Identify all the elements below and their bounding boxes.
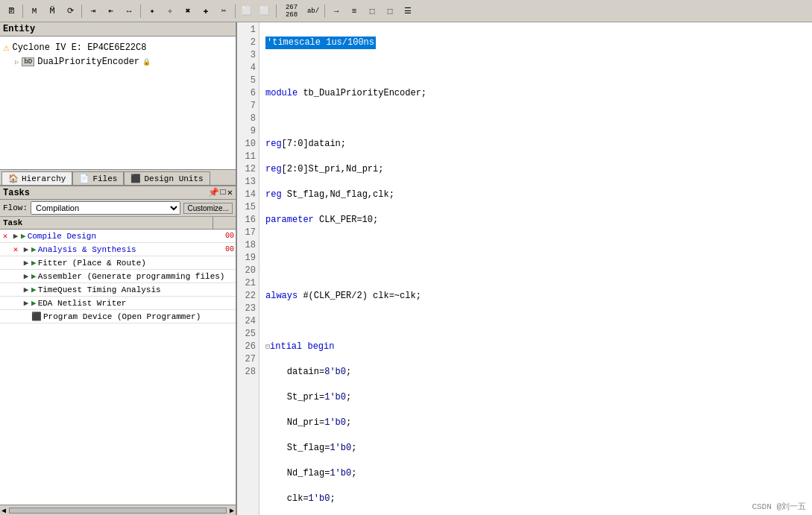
ln-18: 18 [237,239,256,252]
task-play-synthesis: ▶ [31,244,37,254]
toolbar-btn-14[interactable]: → [328,3,344,19]
scroll-right-arrow[interactable]: ▶ [228,506,236,515]
ln-28: 28 [237,366,256,379]
toolbar-btn-17[interactable]: ⬚ [382,3,398,19]
tab-hierarchy[interactable]: 🏠 Hierarchy [1,171,72,185]
toolbar-btn-7[interactable]: ✦ [144,3,160,19]
toolbar-btn-18[interactable]: ☰ [400,3,416,19]
tasks-max-icon[interactable]: □ [221,187,226,198]
toolbar-sep-6 [324,4,325,18]
task-row-fitter[interactable]: ✕ ▶ ▶ Fitter (Place & Route) [0,256,236,270]
code-line-11: always #(CLK_PER/2) clk=~clk; [265,290,806,303]
ln-7: 7 [237,100,256,113]
task-expand-timequest[interactable]: ▶ [21,285,31,294]
task-expand-compile[interactable]: ▶ [10,231,21,241]
tasks-title: Tasks [3,188,30,198]
toolbar-btn-15[interactable]: ≡ [346,3,362,19]
tab-files[interactable]: 📄 Files [72,171,124,185]
toolbar-btn-lineno[interactable]: 267268 [280,3,303,19]
code-line-18: Nd_flag=1'b0; [265,467,806,480]
entity-module-label: DualPriorityEncoder [37,57,139,67]
ln-13: 13 [237,176,256,189]
toolbar-btn-8[interactable]: ✧ [162,3,178,19]
ln-12: 12 [237,163,256,176]
task-row-synthesis[interactable]: ✕ ▶ ▶ Analysis & Synthesis 00 [0,243,236,256]
toolbar-btn-5[interactable]: ⇤ [103,3,119,19]
code-line-7: reg St_flag,Nd_flag,clk; [265,189,806,201]
ln-15: 15 [237,201,256,214]
task-expand-synthesis[interactable]: ▶ [21,244,31,254]
code-line-12 [265,315,806,328]
code-line-5: reg[7:0]datain; [265,138,806,151]
task-prog-icon: ⬛ [31,312,42,321]
task-row-timequest[interactable]: ✕ ▶ ▶ TimeQuest Timing Analysis [0,283,236,297]
ln-2: 2 [237,37,256,49]
task-row-compile[interactable]: ✕ ▶ ▶ Compile Design 00 [0,230,236,243]
ln-17: 17 [237,227,256,239]
code-line-17: St_flag=1'b0; [265,442,806,455]
tasks-pin-icon[interactable]: 📌 [208,187,219,198]
toolbar-btn-9[interactable]: ✖ [180,3,196,19]
entity-expand-icon: ▷ [15,58,19,66]
toolbar-btn-13[interactable]: ⬜ [256,3,273,19]
col-progress [213,217,236,229]
scroll-bar[interactable] [9,508,227,514]
scroll-left-arrow[interactable]: ◀ [0,506,7,515]
task-err-synthesis: ✕ [10,244,21,254]
code-line-1: 'timescale 1us/100ns [265,37,806,49]
toolbar: 🖹 M M̈ ⟳ ⇥ ⇤ ↔ ✦ ✧ ✖ ✚ ✂ ⬜ ⬜ 267268 ab/ … [0,0,812,22]
entity-module-row[interactable]: ▷ bD DualPriorityEncoder 🔒 [15,55,233,69]
ln-10: 10 [237,138,256,151]
line-numbers: 1 2 3 4 5 6 7 8 9 10 11 12 13 14 15 16 1 [237,22,259,515]
task-play-assembler: ▶ [31,271,37,281]
code-line-2 [265,62,806,75]
task-row-program[interactable]: ✕ ▶ ⬛ Program Device (Open Programmer) [0,310,236,323]
task-expand-eda[interactable]: ▶ [21,298,31,308]
code-line-14: datain=8'b0; [265,366,806,379]
toolbar-sep-4 [235,4,236,18]
code-text[interactable]: 'timescale 1us/100ns module tb_DualPrior… [259,22,812,515]
toolbar-btn-3[interactable]: ⟳ [62,3,78,19]
ln-24: 24 [237,315,256,328]
ln-23: 23 [237,303,256,315]
toolbar-btn-12[interactable]: ⬜ [239,3,255,19]
task-row-eda[interactable]: ✕ ▶ ▶ EDA Netlist Writer [0,297,236,310]
main-layout: Entity ⚠ Cyclone IV E: EP4CE6E22C8 ▷ bD … [0,22,812,515]
warning-icon: ⚠ [3,41,9,54]
ln-19: 19 [237,252,256,265]
toolbar-btn-6[interactable]: ↔ [121,3,137,19]
tab-design-units[interactable]: ⬛ Design Units [124,171,210,185]
toolbar-btn-11[interactable]: ✂ [215,3,232,19]
ln-8: 8 [237,113,256,125]
toolbar-btn-ab[interactable]: ab/ [305,3,321,19]
toolbar-btn-10[interactable]: ✚ [198,3,214,19]
ln-11: 11 [237,151,256,163]
tasks-scrollbar[interactable]: ◀ ▶ [0,505,236,515]
entity-section: Entity ⚠ Cyclone IV E: EP4CE6E22C8 ▷ bD … [0,22,236,186]
tasks-title-icons: 📌 □ ✕ [208,187,233,198]
code-line-3: module tb_DualPriorityEncoder; [265,87,806,100]
design-units-icon: ⬛ [130,174,141,183]
hierarchy-icon: 🏠 [8,174,19,183]
toolbar-sep-1 [22,4,23,18]
code-line-9 [265,239,806,252]
toolbar-btn-1[interactable]: 🖹 [3,3,19,19]
flow-select[interactable]: Compilation [31,201,180,215]
ln-27: 27 [237,353,256,366]
code-line-6: reg[2:0]St_pri,Nd_pri; [265,163,806,176]
code-line-13: ⊟intial begin [265,341,806,353]
toolbar-btn-4[interactable]: ⇥ [85,3,101,19]
task-play-eda: ▶ [31,298,37,308]
toolbar-btn-search[interactable]: M [26,3,43,19]
task-expand-assembler[interactable]: ▶ [21,271,31,281]
ln-20: 20 [237,265,256,277]
task-row-assembler[interactable]: ✕ ▶ ▶ Assembler (Generate programming fi… [0,270,236,283]
task-expand-fitter[interactable]: ▶ [21,258,31,268]
code-editor: 1 2 3 4 5 6 7 8 9 10 11 12 13 14 15 16 1 [237,22,812,515]
customize-button[interactable]: Customize... [183,203,233,214]
toolbar-btn-2[interactable]: M̈ [44,3,60,19]
col-task: Task [0,217,213,229]
task-label-program: Program Device (Open Programmer) [42,312,236,322]
toolbar-btn-16[interactable]: ⬚ [364,3,380,19]
tasks-close-icon[interactable]: ✕ [227,187,233,198]
